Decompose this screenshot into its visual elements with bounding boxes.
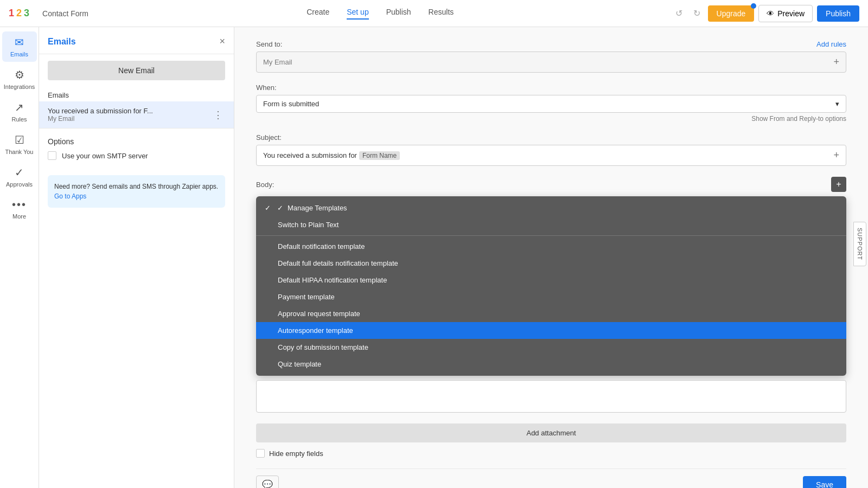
approvals-icon: ✓ [15,166,24,179]
body-editor[interactable] [256,380,846,413]
thankyou-icon: ☑ [15,133,24,146]
subject-plus-icon: + [833,150,839,161]
dropdown-item-quiz[interactable]: Quiz template [256,356,846,373]
logo-2: 2 [16,8,22,19]
new-email-button[interactable]: New Email [48,61,225,80]
add-attachment-button[interactable]: Add attachment [256,423,846,442]
close-button[interactable]: × [219,36,225,47]
send-to-section: Send to: Add rules My Email + [256,40,846,73]
body-plus-button[interactable]: + [831,177,846,192]
options-section: Options Use your own SMTP server [39,128,234,169]
email-list-item[interactable]: You received a submission for F... My Em… [39,101,234,128]
logo-1: 1 [9,8,14,19]
email-icon: ✉ [15,36,24,49]
smtp-checkbox[interactable] [48,151,56,160]
hide-empty-label: Hide empty fields [269,450,323,458]
smtp-label: Use your own SMTP server [62,152,148,160]
subject-field[interactable]: You received a submission for Form Name … [256,145,846,166]
layout: ✉ Emails ⚙ Integrations ↗ Rules ☑ Thank … [0,27,868,488]
go-to-apps-link[interactable]: Go to Apps [54,192,86,200]
dropdown-item-payment[interactable]: Payment template [256,288,846,305]
send-to-field[interactable]: My Email + [256,52,846,73]
send-to-plus-icon: + [833,56,839,68]
dropdown-item-hipaa[interactable]: Default HIPAA notification template [256,272,846,288]
checkmark-icon: ✓ [277,204,283,212]
save-button[interactable]: Save [803,476,846,489]
undo-button[interactable]: ↺ [672,6,686,21]
hide-empty-row: Hide empty fields [256,449,846,458]
dropdown-item-plain[interactable]: Switch to Plain Text [256,216,846,233]
comment-icon: 💬 [262,480,273,488]
tab-results[interactable]: Results [429,8,454,20]
dropdown-item-default-full[interactable]: Default full details notification templa… [256,255,846,272]
tab-create[interactable]: Create [307,8,329,20]
upgrade-dot [751,3,756,9]
sidebar-item-rules[interactable]: ↗ Rules [2,97,37,127]
sidebar-item-approvals[interactable]: ✓ Approvals [2,162,37,192]
upgrade-button[interactable]: Upgrade [708,5,755,22]
when-label: When: [256,84,846,92]
email-item-sub: My Email [48,115,211,123]
emails-panel: Emails × New Email Emails You received a… [39,27,234,488]
smtp-option-row: Use your own SMTP server [48,151,225,160]
dropdown-item-default-notif[interactable]: Default notification template [256,238,846,255]
tab-setup[interactable]: Set up [347,8,368,20]
tab-publish[interactable]: Publish [386,8,411,20]
nav-tabs: Create Set up Publish Results [307,8,454,20]
emails-section-title: Emails [39,87,234,101]
sidebar-item-emails[interactable]: ✉ Emails [2,31,37,62]
hide-empty-checkbox[interactable] [256,449,265,458]
send-to-value: My Email [263,58,292,66]
body-header: Body: + [256,177,846,192]
dropdown-item-copy-submission[interactable]: Copy of submission template [256,339,846,356]
bottom-bar: 💬 Save [256,468,846,488]
main-content: Send to: Add rules My Email + When: Form… [234,27,868,488]
publish-button-top[interactable]: Publish [817,5,859,22]
support-tab[interactable]: SUPPORT [853,222,866,266]
panel-header: Emails × [39,27,234,54]
chevron-down-icon: ▾ [835,100,839,108]
redo-button[interactable]: ↻ [690,6,704,21]
sidebar-item-thankyou[interactable]: ☑ Thank You [2,129,37,159]
eye-icon: 👁 [767,9,774,18]
subject-section: Subject: You received a submission for F… [256,133,846,166]
integrations-icon: ⚙ [15,68,24,81]
dropdown-item-approval[interactable]: Approval request template [256,305,846,322]
comment-button[interactable]: 💬 [256,476,279,488]
subject-label: Subject: [256,133,846,142]
subject-text: You received a submission for [263,151,357,159]
show-from-reply-link[interactable]: Show From and Reply-to options [256,115,846,123]
top-nav: 123 Contact Form Create Set up Publish R… [0,0,868,27]
sidebar-item-more[interactable]: ••• More [2,194,37,224]
body-section: Body: + ✓ Manage Templates Switch to Pla… [256,177,846,413]
app-title: Contact Form [42,9,88,18]
send-to-label: Send to: Add rules [256,40,846,48]
when-field[interactable]: Form is submitted ▾ [256,95,846,113]
email-menu-button[interactable]: ⋮ [211,108,225,122]
template-dropdown-menu: ✓ Manage Templates Switch to Plain Text … [256,196,846,376]
info-box: Need more? Send emails and SMS through Z… [48,175,225,208]
body-label: Body: [256,181,274,189]
nav-actions: ↺ ↻ Upgrade 👁 Preview Publish [672,5,859,22]
sidebar-item-integrations[interactable]: ⚙ Integrations [2,64,37,94]
info-text: Need more? Send emails and SMS through Z… [54,183,218,190]
when-section: When: Form is submitted ▾ Show From and … [256,84,846,123]
panel-title: Emails [48,37,76,47]
form-name-badge: Form Name [359,151,400,160]
email-item-info: You received a submission for F... My Em… [48,107,211,123]
email-item-name: You received a submission for F... [48,107,178,115]
when-value: Form is submitted [263,100,319,108]
logo: 123 [9,8,29,19]
more-icon: ••• [12,198,27,211]
rules-icon: ↗ [15,101,24,114]
dropdown-item-manage[interactable]: ✓ Manage Templates [256,200,846,216]
options-title: Options [48,137,225,146]
add-rules-link[interactable]: Add rules [816,40,846,48]
dropdown-divider [256,235,846,236]
logo-3: 3 [24,8,29,19]
sidebar-icons: ✉ Emails ⚙ Integrations ↗ Rules ☑ Thank … [0,27,39,488]
preview-button[interactable]: 👁 Preview [758,5,813,22]
dropdown-item-autoresponder[interactable]: Autoresponder template [256,322,846,339]
